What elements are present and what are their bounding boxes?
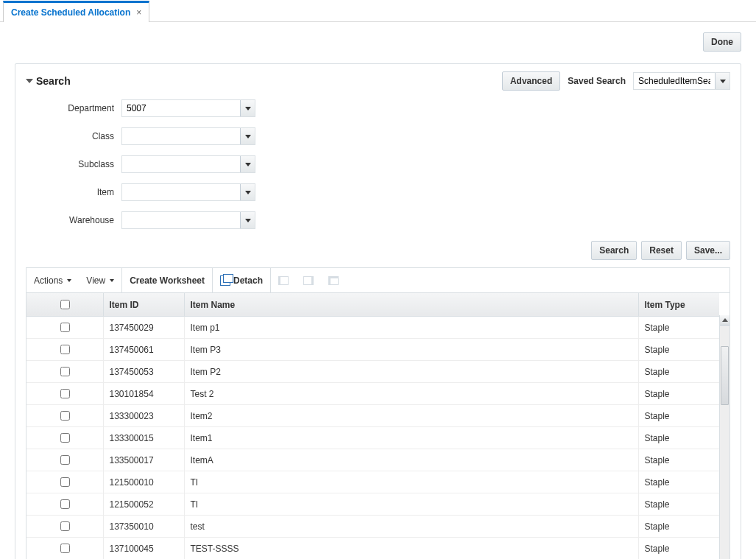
warehouse-select[interactable]	[121, 211, 255, 229]
saved-search-dropdown-icon[interactable]	[715, 73, 729, 89]
cell-item-name: TI	[184, 493, 638, 516]
table-row[interactable]: 133300023Item2Staple	[27, 405, 719, 427]
class-select[interactable]	[121, 127, 255, 145]
saved-search-label: Saved Search	[568, 76, 626, 86]
search-button[interactable]: Search	[591, 241, 637, 260]
done-button[interactable]: Done	[703, 32, 741, 52]
cell-item-type: Staple	[638, 427, 719, 449]
item-select[interactable]	[121, 183, 255, 201]
create-worksheet-label: Create Worksheet	[130, 275, 205, 286]
search-panel-title: Search	[36, 75, 71, 87]
toolbar-disabled-1	[271, 268, 296, 292]
cell-item-type: Staple	[638, 383, 719, 405]
table-row[interactable]: 121500052TIStaple	[27, 493, 719, 516]
cell-item-id: 137450029	[103, 317, 184, 339]
department-dropdown-icon[interactable]	[240, 100, 255, 116]
table-row[interactable]: 133500017ItemAStaple	[27, 449, 719, 471]
item-dropdown-icon[interactable]	[240, 184, 255, 200]
tab-create-scheduled-allocation[interactable]: Create Scheduled Allocation ×	[3, 1, 149, 22]
subclass-dropdown-icon[interactable]	[240, 156, 255, 172]
cell-item-type: Staple	[638, 493, 719, 516]
item-label: Item	[40, 187, 121, 197]
cell-item-name: Item P2	[184, 361, 638, 383]
item-input[interactable]	[122, 184, 240, 200]
table-row[interactable]: 130101854Test 2Staple	[27, 383, 719, 405]
chevron-down-icon	[110, 279, 114, 282]
table-row[interactable]: 137450029Item p1Staple	[27, 317, 719, 339]
cell-item-id: 130101854	[103, 383, 184, 405]
vertical-scrollbar[interactable]	[719, 315, 729, 559]
scroll-up-icon[interactable]	[720, 315, 729, 326]
row-select-cell	[27, 471, 103, 493]
chevron-down-icon	[245, 107, 251, 110]
table-row[interactable]: 137350010testStaple	[27, 516, 719, 538]
row-checkbox[interactable]	[60, 521, 70, 531]
row-checkbox[interactable]	[60, 345, 70, 354]
cell-item-name: test	[184, 516, 638, 538]
table-row[interactable]: 133300015Item1Staple	[27, 427, 719, 449]
row-select-cell	[27, 405, 103, 427]
row-select-cell	[27, 427, 103, 449]
row-select-cell	[27, 538, 103, 560]
detach-button[interactable]: Detach	[213, 268, 270, 292]
cell-item-type: Staple	[638, 516, 719, 538]
table-row[interactable]: 137100045TEST-SSSSStaple	[27, 538, 719, 560]
cell-item-name: TI	[184, 471, 638, 493]
toolbar-disabled-2	[296, 268, 321, 292]
cell-item-id: 133300015	[103, 427, 184, 449]
row-checkbox[interactable]	[60, 477, 70, 487]
advanced-button[interactable]: Advanced	[502, 71, 560, 91]
create-worksheet-button[interactable]: Create Worksheet	[122, 268, 212, 292]
chevron-down-icon	[245, 163, 251, 166]
row-select-cell	[27, 361, 103, 383]
row-checkbox[interactable]	[60, 323, 70, 332]
department-select[interactable]	[121, 99, 255, 117]
actions-menu[interactable]: Actions	[27, 268, 79, 292]
class-dropdown-icon[interactable]	[240, 128, 255, 144]
cell-item-name: Test 2	[184, 383, 638, 405]
cell-item-name: Item1	[184, 427, 638, 449]
warehouse-input[interactable]	[122, 212, 240, 228]
cell-item-name: TEST-SSSS	[184, 538, 638, 560]
table-row[interactable]: 137450061Item P3Staple	[27, 339, 719, 361]
row-checkbox[interactable]	[60, 455, 70, 465]
row-checkbox[interactable]	[60, 499, 70, 509]
cell-item-id: 133300023	[103, 405, 184, 427]
row-checkbox[interactable]	[60, 367, 70, 376]
save-button[interactable]: Save...	[686, 241, 730, 260]
wrap-icon	[303, 276, 314, 285]
detach-icon	[220, 275, 230, 286]
view-menu-label: View	[86, 275, 105, 286]
warehouse-dropdown-icon[interactable]	[240, 212, 255, 228]
table-row[interactable]: 121500010TIStaple	[27, 471, 719, 493]
department-input[interactable]	[122, 100, 240, 116]
tab-bar: Create Scheduled Allocation ×	[0, 0, 756, 22]
toolbar-disabled-3	[321, 268, 346, 292]
subclass-label: Subclass	[40, 159, 121, 169]
column-select-all[interactable]	[27, 293, 103, 317]
row-checkbox[interactable]	[60, 389, 70, 398]
cell-item-name: Item P3	[184, 339, 638, 361]
row-checkbox[interactable]	[60, 544, 70, 553]
subclass-input[interactable]	[122, 156, 240, 172]
row-checkbox[interactable]	[60, 433, 70, 443]
subclass-select[interactable]	[121, 155, 255, 173]
chevron-down-icon	[245, 191, 251, 194]
view-menu[interactable]: View	[79, 268, 121, 292]
row-select-cell	[27, 383, 103, 405]
column-item-type[interactable]: Item Type	[638, 293, 719, 317]
column-item-name[interactable]: Item Name	[184, 293, 638, 317]
reset-button[interactable]: Reset	[641, 241, 682, 260]
column-item-id[interactable]: Item ID	[103, 293, 184, 317]
row-checkbox[interactable]	[60, 411, 70, 421]
scroll-thumb[interactable]	[721, 346, 729, 405]
class-label: Class	[40, 131, 121, 141]
select-all-checkbox[interactable]	[60, 300, 70, 309]
cell-item-name: Item p1	[184, 317, 638, 339]
class-input[interactable]	[122, 128, 240, 144]
collapse-icon[interactable]	[26, 79, 33, 83]
table-row[interactable]: 137450053Item P2Staple	[27, 361, 719, 383]
saved-search-select[interactable]	[633, 72, 730, 90]
saved-search-input[interactable]	[634, 73, 715, 89]
close-tab-icon[interactable]: ×	[136, 7, 141, 18]
